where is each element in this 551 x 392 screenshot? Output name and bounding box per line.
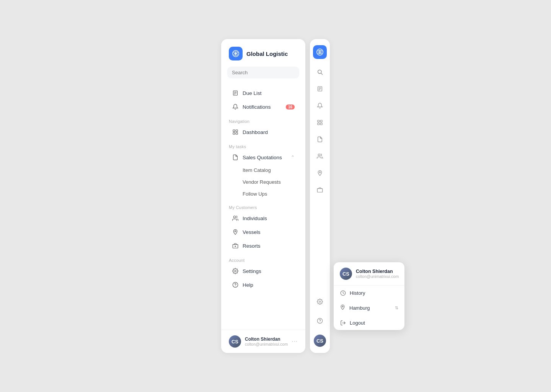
individuals-icon	[232, 215, 239, 222]
svg-point-15	[235, 270, 236, 272]
resorts-item[interactable]: Resorts	[224, 239, 302, 253]
resorts-label: Resorts	[243, 243, 261, 249]
dashboard-label: Dashboard	[243, 129, 268, 135]
due-list-item[interactable]: Due List	[224, 86, 302, 100]
chevron-up-icon: ⌃	[291, 155, 295, 160]
notifications-badge: 16	[286, 105, 295, 109]
popup-user-name: Colton Shierdan	[356, 269, 399, 274]
help-label: Help	[243, 282, 253, 288]
sales-quotations-icon	[232, 154, 239, 161]
narrow-avatar[interactable]: CS	[314, 335, 326, 347]
popup-user-email: colton@unimatrixui.com	[356, 274, 399, 279]
vessels-label: Vessels	[243, 229, 261, 235]
sidebar-narrow: CS	[310, 39, 330, 353]
svg-point-10	[233, 216, 235, 218]
item-catalog-item[interactable]: Item Catalog	[238, 164, 302, 176]
svg-line-19	[321, 73, 323, 75]
app-name: Global Logistic	[246, 51, 288, 57]
app-logo-icon	[229, 47, 243, 60]
user-popup-card: CS Colton Shierdan colton@unimatrixui.co…	[334, 262, 404, 330]
help-item[interactable]: Help	[224, 278, 302, 292]
dashboard-item[interactable]: Dashboard	[224, 125, 302, 139]
settings-icon	[232, 268, 239, 274]
svg-rect-26	[318, 123, 320, 125]
follow-ups-label: Follow Ups	[243, 191, 267, 197]
due-list-icon	[232, 90, 239, 96]
popup-header: CS Colton Shierdan colton@unimatrixui.co…	[334, 262, 404, 286]
search-input[interactable]	[232, 70, 296, 75]
sales-quotations-label: Sales Quotations	[243, 155, 282, 160]
narrow-footer: CS	[313, 293, 327, 347]
history-item[interactable]: History	[334, 286, 404, 300]
svg-point-35	[342, 306, 343, 307]
logout-label: Logout	[350, 320, 365, 326]
sidebar-footer: CS Colton Shierdan colton@unimatrixui.co…	[221, 330, 305, 353]
notification-icon	[232, 103, 239, 110]
popup-avatar: CS	[340, 268, 352, 280]
svg-rect-27	[320, 123, 322, 125]
logo-area: Global Logistic	[221, 47, 305, 67]
due-list-label: Due List	[243, 90, 262, 96]
avatar-image: CS	[229, 335, 241, 348]
narrow-notification-icon[interactable]	[313, 99, 327, 113]
location-label: Hamburg	[349, 305, 391, 311]
location-icon	[340, 304, 346, 311]
narrow-resorts-icon[interactable]	[313, 183, 327, 197]
vendor-requests-label: Vendor Requests	[243, 179, 281, 185]
sales-quotations-submenu: Item Catalog Vendor Requests Follow Ups	[221, 164, 305, 200]
history-label: History	[350, 290, 365, 296]
narrow-dashboard-icon[interactable]	[313, 116, 327, 129]
narrow-due-list-icon[interactable]	[313, 82, 327, 96]
user-info: Colton Shierdan colton@unimatrixui.com	[245, 336, 288, 346]
svg-rect-9	[236, 132, 238, 134]
svg-rect-8	[233, 132, 235, 134]
individuals-item[interactable]: Individuals	[224, 211, 302, 225]
history-icon	[340, 290, 346, 296]
location-item[interactable]: Hamburg ⇅	[334, 300, 404, 315]
my-customers-section-label: My Customers	[221, 200, 305, 211]
narrow-quotations-icon[interactable]	[313, 132, 327, 146]
narrow-avatar-image: CS	[314, 335, 326, 347]
svg-rect-6	[233, 130, 235, 132]
follow-ups-item[interactable]: Follow Ups	[238, 188, 302, 200]
settings-item[interactable]: Settings	[224, 264, 302, 278]
narrow-logo-icon	[313, 45, 327, 59]
individuals-label: Individuals	[243, 216, 267, 221]
svg-rect-7	[236, 130, 238, 132]
svg-point-31	[319, 301, 321, 302]
narrow-individuals-icon[interactable]	[313, 149, 327, 163]
sidebar-wide: Global Logistic Due List	[221, 39, 305, 353]
user-email: colton@unimatrixui.com	[245, 342, 288, 346]
popup-avatar-image: CS	[340, 268, 352, 280]
narrow-help-icon[interactable]	[313, 314, 327, 328]
logout-icon	[340, 320, 346, 326]
logout-item[interactable]: Logout	[334, 315, 404, 330]
svg-rect-25	[320, 120, 322, 122]
svg-point-29	[319, 172, 320, 173]
vessels-icon	[232, 229, 239, 235]
notifications-label: Notifications	[243, 104, 271, 110]
svg-point-28	[318, 154, 320, 156]
help-icon	[232, 281, 239, 288]
user-name: Colton Shierdan	[245, 336, 288, 342]
svg-point-11	[235, 230, 236, 232]
notifications-item[interactable]: Notifications 16	[224, 100, 302, 114]
svg-rect-30	[317, 189, 322, 192]
vendor-requests-item[interactable]: Vendor Requests	[238, 176, 302, 188]
user-avatar: CS	[229, 335, 241, 348]
svg-point-32	[317, 318, 322, 323]
sales-quotations-item[interactable]: Sales Quotations ⌃	[224, 150, 302, 164]
navigation-section-label: Navigation	[221, 114, 305, 125]
narrow-search-icon[interactable]	[313, 65, 327, 79]
svg-point-16	[233, 282, 238, 287]
settings-label: Settings	[243, 268, 261, 274]
narrow-vessels-icon[interactable]	[313, 166, 327, 180]
search-bar[interactable]	[227, 67, 299, 78]
popup-user-info: Colton Shierdan colton@unimatrixui.com	[356, 269, 399, 279]
account-section-label: Account	[221, 253, 305, 264]
vessels-item[interactable]: Vessels	[224, 225, 302, 239]
item-catalog-label: Item Catalog	[243, 167, 271, 173]
more-button[interactable]: ···	[292, 338, 298, 345]
sort-icon: ⇅	[395, 305, 398, 310]
narrow-settings-icon[interactable]	[313, 295, 327, 309]
